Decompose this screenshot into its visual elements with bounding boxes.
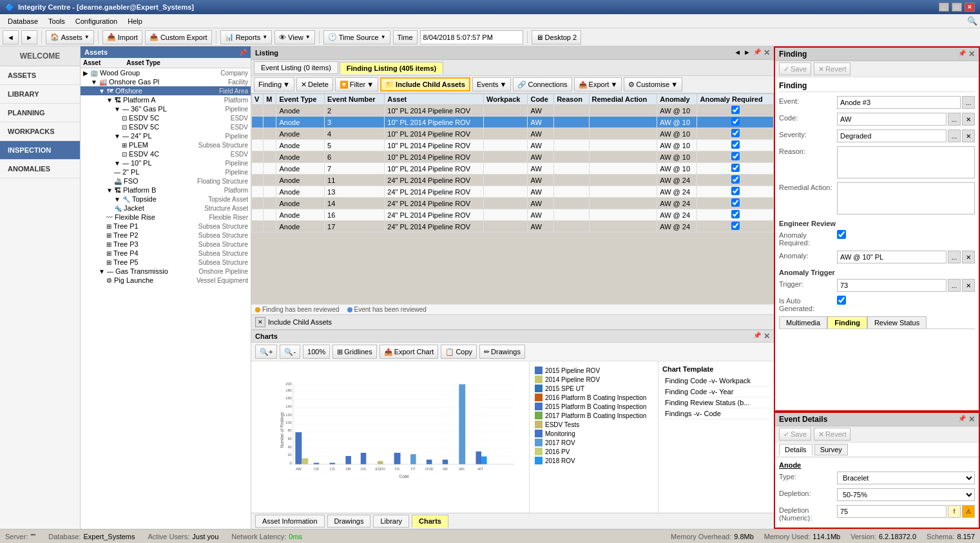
chart-template-2[interactable]: Finding Code -v- Year	[662, 386, 770, 397]
gridlines-button[interactable]: ⊞ Gridlines	[332, 345, 376, 359]
assets-button[interactable]: 🏠 Assets ▼	[46, 30, 94, 44]
nav-forward-button[interactable]: ►	[21, 30, 37, 44]
trigger-clear-button[interactable]: ✕	[962, 279, 975, 292]
chart-template-4[interactable]: Findings -v- Code	[662, 408, 770, 419]
sidebar-item-assets[interactable]: ASSETS	[0, 66, 80, 85]
table-row[interactable]: Anode 2 10" PL 2014 Pipeline ROV AW AW @…	[252, 105, 774, 117]
severity-clear-button[interactable]: ✕	[962, 129, 975, 142]
import-button[interactable]: 📥 Import	[102, 30, 142, 44]
tree-item-flexible-riser[interactable]: 〰 Flexible Rise Flexible Riser	[81, 213, 251, 222]
export-button[interactable]: 📤 Export ▼	[574, 77, 622, 91]
listing-nav-right[interactable]: ►	[744, 48, 751, 57]
table-row[interactable]: Anode 5 10" PL 2014 Pipeline ROV AW AW @…	[252, 140, 774, 151]
menu-tools[interactable]: Tools	[43, 16, 70, 26]
tree-item-gas-transmission[interactable]: ▼ — Gas Transmissio Onshore Pipeline	[81, 267, 251, 276]
menu-configuration[interactable]: Configuration	[70, 16, 122, 26]
event-revert-button[interactable]: ✕ Revert	[814, 428, 850, 441]
tree-item-pig-launcher[interactable]: ⚙ Pig Launche Vessel Equipment	[81, 276, 251, 285]
tab-finding-listing[interactable]: Finding Listing (405 items)	[340, 62, 443, 74]
table-row[interactable]: Anode 17 24" PL 2014 Pipeline ROV AW AW …	[252, 221, 774, 233]
menu-help[interactable]: Help	[122, 16, 148, 26]
child-assets-button[interactable]: 📁 Include Child Assets	[380, 77, 470, 91]
finding-save-button[interactable]: ✓ Save	[779, 62, 811, 75]
remedial-textarea[interactable]	[837, 182, 975, 214]
trigger-browse-button[interactable]: ...	[948, 279, 961, 292]
menu-database[interactable]: Database	[3, 16, 43, 26]
tree-item-fso[interactable]: 🚢 FSO Floating Structure	[81, 176, 251, 186]
zoom-in-button[interactable]: 🔍+	[255, 345, 277, 359]
custom-export-button[interactable]: 📤 Custom Export	[145, 30, 212, 44]
tree-item-esdv-5c-2[interactable]: ⊡ ESDV 5C ESDV	[81, 122, 251, 131]
search-icon[interactable]: 🔍	[967, 16, 977, 26]
tree-item-tree-p2[interactable]: ⊞ Tree P2 Subsea Structure	[81, 231, 251, 240]
sidebar-item-inspection[interactable]: INSPECTION	[0, 141, 80, 160]
view-button[interactable]: 👁 View ▼	[274, 30, 315, 44]
sidebar-item-planning[interactable]: PLANNING	[0, 104, 80, 122]
depletion-warning-button[interactable]: ⚠	[962, 505, 975, 518]
drawings-button[interactable]: ✏ Drawings	[479, 345, 525, 359]
event-tab-details[interactable]: Details	[779, 444, 812, 455]
sidebar-item-anomalies[interactable]: ANOMALIES	[0, 160, 80, 178]
time-button[interactable]: Time	[393, 30, 418, 44]
table-row[interactable]: Anode 7 10" PL 2014 Pipeline ROV AW AW @…	[252, 163, 774, 175]
connections-button[interactable]: 🔗 Connections	[513, 77, 572, 91]
anomaly-req-checkbox[interactable]	[731, 222, 740, 230]
event-details-close-icon[interactable]: ✕	[968, 415, 975, 424]
chart-template-1[interactable]: Finding Code -v- Workpack	[662, 376, 770, 386]
filter-button[interactable]: 🔽 Filter ▼	[335, 77, 378, 91]
table-row[interactable]: Anode 16 24" PL 2014 Pipeline ROV AW AW …	[252, 209, 774, 221]
zoom-out-button[interactable]: 🔍-	[280, 345, 300, 359]
nav-back-button[interactable]: ◄	[3, 30, 19, 44]
anomaly-req-checkbox[interactable]	[731, 187, 740, 195]
reason-textarea[interactable]	[837, 146, 975, 178]
anomaly-req-checkbox[interactable]	[731, 106, 740, 114]
finding-revert-button[interactable]: ✕ Revert	[814, 62, 850, 75]
tree-item-10-pl[interactable]: ▼ — 10" PL Pipeline	[81, 158, 251, 167]
tree-item-24-pl[interactable]: ▼ — 24" PL Pipeline	[81, 131, 251, 140]
anomaly-req-checkbox[interactable]	[731, 117, 740, 126]
charts-pin-icon[interactable]: 📌	[753, 332, 761, 341]
tree-item-tree-p4[interactable]: ⊞ Tree P4 Subsea Structure	[81, 249, 251, 258]
tree-item-topside[interactable]: ▼ 🔧 Topside Topside Asset	[81, 195, 251, 204]
tree-item-36-gas[interactable]: ▼ — 36" Gas PL Pipeline	[81, 104, 251, 113]
tree-item-esdv-4c[interactable]: ⊡ ESDV 4C ESDV	[81, 149, 251, 158]
anomaly-req-checkbox[interactable]	[731, 210, 740, 218]
customise-button[interactable]: ⚙ Customise ▼	[624, 77, 682, 91]
tab-library[interactable]: Library	[373, 515, 409, 528]
tab-finding[interactable]: Finding	[827, 316, 867, 329]
anomaly-browse-button[interactable]: ...	[948, 251, 961, 263]
minimize-button[interactable]: _	[939, 3, 949, 12]
listing-nav-left[interactable]: ◄	[734, 48, 741, 57]
anomaly-req-checkbox[interactable]	[731, 152, 740, 160]
auto-generated-checkbox[interactable]	[837, 296, 846, 305]
zoom-100-button[interactable]: 100%	[303, 345, 330, 359]
tab-review-status[interactable]: Review Status	[867, 316, 927, 329]
delete-button[interactable]: ✕ Delete	[296, 77, 333, 91]
tree-item-2-pl[interactable]: — 2" PL Pipeline	[81, 167, 251, 176]
tree-item-jacket[interactable]: 🔩 Jacket Structure Asset	[81, 204, 251, 213]
anomaly-clear-button[interactable]: ✕	[962, 251, 975, 263]
tab-asset-info[interactable]: Asset Information	[255, 515, 325, 528]
table-row[interactable]: Anode 6 10" PL 2014 Pipeline ROV AW AW @…	[252, 151, 774, 163]
finding-pin-icon[interactable]: 📌	[958, 50, 966, 59]
tree-item-platform-a[interactable]: ▼ 🏗 Platform A Platform	[81, 95, 251, 104]
tree-item-wood-group[interactable]: ▶ 🏢 Wood Group Company	[81, 68, 251, 77]
sidebar-item-library[interactable]: LIBRARY	[0, 85, 80, 104]
tree-item-tree-p3[interactable]: ⊞ Tree P3 Subsea Structure	[81, 240, 251, 249]
tree-item-platform-b[interactable]: ▼ 🏗 Platform B Platform	[81, 186, 251, 195]
chart-template-3[interactable]: Finding Review Status (b...	[662, 397, 770, 408]
tree-item-esdv-5c-1[interactable]: ⊡ ESDV 5C ESDV	[81, 113, 251, 122]
reports-button[interactable]: 📊 Reports ▼	[220, 30, 272, 44]
event-details-pin-icon[interactable]: 📌	[958, 415, 966, 424]
anomaly-req-checkbox[interactable]	[731, 175, 740, 184]
depletion-select[interactable]: 50-75%	[837, 488, 975, 501]
code-clear-button[interactable]: ✕	[962, 113, 975, 126]
finding-button[interactable]: Finding ▼	[254, 77, 294, 91]
event-save-button[interactable]: ✓ Save	[779, 428, 811, 441]
listing-close-icon[interactable]: ✕	[764, 48, 770, 57]
desktop-button[interactable]: 🖥 Desktop 2	[532, 30, 582, 44]
events-button[interactable]: Events ▼	[472, 77, 512, 91]
tab-multimedia[interactable]: Multimedia	[779, 316, 827, 329]
anomaly-req-checkbox[interactable]	[731, 140, 740, 149]
tab-drawings[interactable]: Drawings	[327, 515, 371, 528]
